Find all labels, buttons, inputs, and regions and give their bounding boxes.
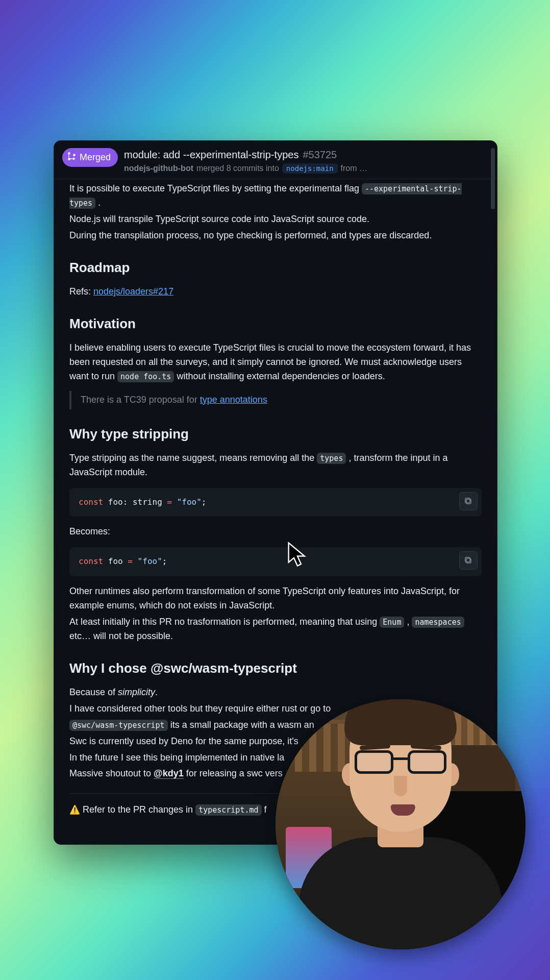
pr-subtitle: nodejs-github-bot merged 8 commits into …	[124, 163, 489, 174]
warning-icon: ⚠️	[69, 805, 80, 815]
heading-motivation: Motivation	[69, 313, 482, 334]
copy-button[interactable]	[459, 492, 478, 510]
merged-label: Merged	[80, 152, 111, 163]
code-typescript-md: typescript.md	[195, 804, 261, 816]
copy-icon	[464, 497, 472, 505]
heading-roadmap: Roadmap	[69, 257, 482, 278]
code-block-1: const foo: string = "foo";	[69, 488, 482, 517]
pr-header: Merged module: add --experimental-strip-…	[54, 141, 497, 179]
copy-icon	[464, 556, 472, 565]
link-refs[interactable]: nodejs/loaders#217	[93, 286, 173, 297]
pr-title: module: add --experimental-strip-types	[124, 148, 298, 161]
code-block-2: const foo = "foo";	[69, 547, 482, 576]
heading-why-swc: Why I chose @swc/wasm-typescript	[69, 658, 482, 678]
actor[interactable]: nodejs-github-bot	[124, 164, 193, 173]
blockquote: There is a TC39 proposal for type annota…	[69, 391, 482, 409]
mention-kdy1[interactable]: @kdy1	[154, 768, 184, 779]
code-swc-pkg: @swc/wasm-typescript	[69, 720, 168, 731]
copy-button[interactable]	[459, 551, 478, 570]
merged-badge: Merged	[62, 148, 118, 167]
becomes-label: Becomes:	[69, 525, 482, 539]
merge-icon	[67, 152, 77, 163]
heading-why-stripping: Why type stripping	[69, 424, 482, 444]
link-type-annotations[interactable]: type annotations	[200, 395, 267, 405]
pr-number: #53725	[303, 148, 337, 161]
code-types: types	[317, 453, 346, 464]
code-enum: Enum	[380, 617, 404, 628]
code-node-foo: node foo.ts	[117, 371, 174, 382]
code-namespaces: namespaces	[412, 617, 464, 628]
base-branch-chip[interactable]: nodejs:main	[282, 163, 338, 174]
webcam-overlay	[276, 699, 526, 949]
